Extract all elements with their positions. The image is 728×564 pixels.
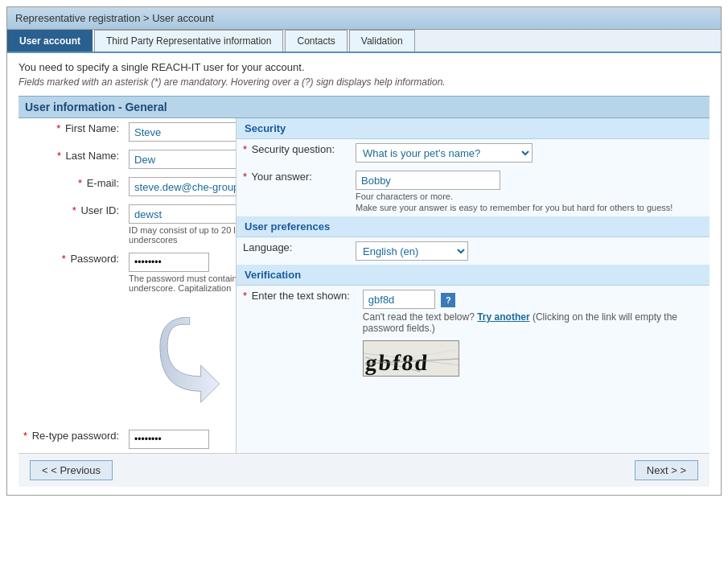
language-label: Language:: [236, 237, 349, 265]
email-label: * E-mail:: [19, 173, 124, 200]
main-layout: * First Name: * Last Name:: [19, 118, 709, 453]
footer-bar: < < Previous Next > >: [19, 453, 709, 487]
tabs-bar: User account Third Party Representative …: [7, 30, 721, 53]
password-label: * Password:: [19, 249, 124, 297]
last-name-label: * Last Name:: [19, 146, 124, 173]
verification-section-header: Verification: [236, 265, 709, 286]
language-cell: English (en) French (fr) German (de) Spa…: [349, 237, 709, 265]
required-star: *: [243, 171, 247, 183]
security-form-table: * Security question: What is your pet's …: [236, 139, 709, 216]
required-star: *: [243, 143, 247, 155]
captcha-svg: gbf8d: [364, 341, 459, 377]
captcha-field-label: * Enter the text shown:: [236, 286, 356, 381]
left-panel: * First Name: * Last Name:: [19, 118, 236, 453]
right-panel: Security * Security question:: [236, 118, 709, 453]
preferences-section-header: User preferences: [236, 216, 709, 237]
security-answer-row: * Your answer: Four characters or more. …: [236, 167, 709, 216]
arrow-icon: [157, 317, 237, 414]
tab-third-party[interactable]: Third Party Representative information: [94, 30, 283, 51]
retype-password-input[interactable]: [129, 430, 209, 449]
main-container: Representative registration > User accou…: [6, 6, 722, 496]
tab-user-account[interactable]: User account: [7, 30, 93, 51]
password-input[interactable]: [129, 253, 209, 272]
content-area: You need to specify a single REACH-IT us…: [7, 53, 721, 495]
intro-note: Fields marked with an asterisk (*) are m…: [19, 76, 709, 88]
required-star: *: [23, 430, 27, 442]
tab-contacts[interactable]: Contacts: [285, 30, 347, 51]
first-name-label: * First Name:: [19, 118, 124, 146]
verification-form-table: * Enter the text shown: ? Can't read the…: [236, 286, 709, 381]
security-question-dropdown-wrap: What is your pet's name? What is your mo…: [356, 143, 533, 163]
required-star: *: [72, 204, 76, 216]
security-question-label: * Security question:: [236, 139, 349, 167]
answer-hint1: Four characters or more.: [356, 191, 703, 201]
language-select[interactable]: English (en) French (fr) German (de) Spa…: [356, 241, 468, 261]
tab-validation[interactable]: Validation: [349, 30, 415, 51]
answer-hint2: Make sure your answer is easy to remembe…: [356, 203, 703, 212]
security-question-cell: What is your pet's name? What is your mo…: [349, 139, 709, 167]
captcha-input[interactable]: [363, 290, 435, 309]
required-star: *: [62, 253, 66, 265]
breadcrumb: Representative registration > User accou…: [7, 7, 721, 30]
section-header-general: User information - General: [19, 96, 709, 118]
security-answer-label: * Your answer:: [236, 167, 349, 216]
required-star: *: [57, 150, 61, 162]
captcha-cant-read: Can't read the text below? Try another (…: [363, 311, 703, 334]
preferences-form-table: Language: English (en) French (fr) Germa…: [236, 237, 709, 265]
security-answer-cell: Four characters or more. Make sure your …: [349, 167, 709, 216]
userid-label: * User ID:: [19, 200, 124, 249]
security-section-header: Security: [236, 118, 709, 139]
captcha-input-row: * Enter the text shown: ? Can't read the…: [236, 286, 709, 381]
breadcrumb-text: Representative registration > User accou…: [15, 12, 214, 24]
captcha-help-button[interactable]: ?: [441, 293, 455, 307]
security-question-row: * Security question: What is your pet's …: [236, 139, 709, 167]
intro-main: You need to specify a single REACH-IT us…: [19, 61, 709, 73]
next-button[interactable]: Next > >: [635, 460, 698, 480]
security-question-select[interactable]: What is your pet's name? What is your mo…: [356, 143, 533, 163]
captcha-input-cell: ? Can't read the text below? Try another…: [356, 286, 709, 381]
security-answer-input[interactable]: [356, 171, 500, 190]
captcha-image: gbf8d: [363, 340, 459, 377]
required-star: *: [56, 122, 60, 134]
try-another-link[interactable]: Try another: [477, 311, 529, 323]
required-star: *: [78, 177, 82, 189]
previous-button[interactable]: < < Previous: [30, 460, 113, 480]
retype-label: * Re-type password:: [19, 426, 124, 453]
required-star: *: [243, 290, 247, 302]
language-row: Language: English (en) French (fr) Germa…: [236, 237, 709, 265]
